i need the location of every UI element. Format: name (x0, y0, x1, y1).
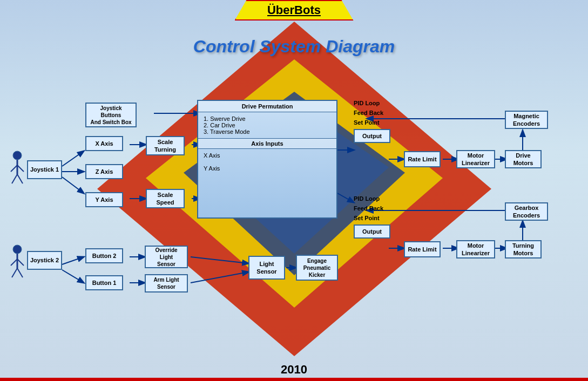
turning-motors-box: Turning Motors (505, 240, 542, 258)
svg-line-35 (12, 174, 17, 183)
svg-line-6 (62, 177, 84, 193)
year-label: 2010 (281, 363, 307, 377)
motor-linearizer2-box: Motor Linearizer (456, 240, 495, 258)
z-axis-box: Z Axis (85, 164, 123, 179)
arm-light-box: Arm Light Sensor (145, 274, 188, 292)
red-strip (0, 378, 588, 381)
svg-line-39 (11, 259, 17, 266)
joystick1-box: Joystick 1 (27, 160, 62, 179)
svg-line-42 (17, 268, 23, 277)
svg-point-37 (13, 245, 22, 254)
joystick1-person (6, 150, 28, 188)
magnetic-encoders-box: Magnetic Encoders (505, 111, 548, 129)
motor-linearizer1-box: Motor Linearizer (456, 150, 495, 168)
scale-speed-box: Scale Speed (146, 189, 185, 208)
engage-pneumatic-box: Engage Pneumatic Kicker (296, 255, 338, 281)
drive-permutation-box: Drive Permutation 1. Swerve Drive 2. Car… (197, 100, 337, 219)
joystick2-person (6, 244, 28, 282)
svg-line-41 (12, 268, 17, 277)
diagram-title: Control System Diagram (193, 37, 395, 57)
pid-group-bottom: PID Loop Feed Back Set Point Output (354, 195, 390, 239)
y-axis-box: Y Axis (85, 192, 123, 207)
svg-line-25 (62, 270, 84, 283)
light-sensor-box: Light Sensor (248, 256, 285, 280)
svg-line-36 (17, 174, 23, 183)
svg-line-34 (17, 165, 24, 172)
button1-box: Button 1 (85, 275, 123, 290)
drive-motors-box: Drive Motors (505, 150, 542, 168)
output1-box: Output (354, 129, 390, 143)
joystick2-box: Joystick 2 (27, 251, 62, 270)
output2-box: Output (354, 224, 390, 239)
svg-point-31 (13, 151, 22, 160)
button2-box: Button 2 (85, 248, 123, 263)
svg-line-24 (62, 257, 84, 264)
svg-line-4 (62, 151, 84, 166)
rate-limit2-box: Rate Limit (404, 241, 441, 257)
gearbox-encoders-box: Gearbox Encoders (505, 202, 548, 221)
pid-group-top: PID Loop Feed Back Set Point Output (354, 100, 390, 143)
joystick-buttons-box: Joystick Buttons And Switch Box (85, 103, 137, 127)
rate-limit1-box: Rate Limit (404, 151, 441, 167)
x-axis-box: X Axis (85, 136, 123, 151)
title-bar: ÜberBots (235, 0, 354, 21)
override-light-box: Override Light Sensor (145, 246, 188, 268)
svg-line-33 (11, 165, 17, 172)
scale-turning-box: Scale Turning (146, 136, 185, 155)
app-title: ÜberBots (267, 3, 321, 17)
svg-line-40 (17, 259, 24, 266)
